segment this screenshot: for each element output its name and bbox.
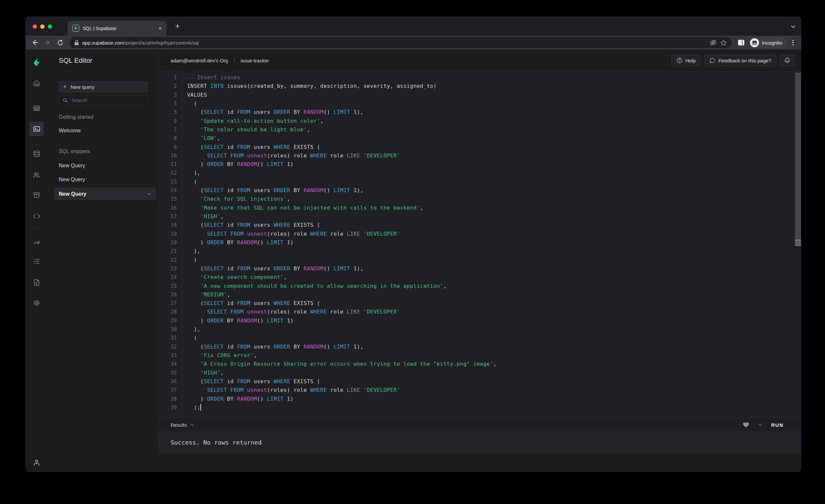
search-input[interactable]: [59, 95, 148, 105]
code-line[interactable]: 26 'MEDIUM',: [159, 290, 795, 299]
help-button[interactable]: Help: [671, 55, 701, 66]
line-number: 3: [159, 91, 177, 99]
sidebar-item-new-query-active[interactable]: New Query: [54, 188, 156, 200]
code-line[interactable]: 38 ) ORDER BY RANDOM() LIMIT 1): [159, 395, 795, 403]
run-button[interactable]: RUN: [771, 422, 783, 428]
code-line[interactable]: 10 SELECT FROM unnest(roles) role WHERE …: [159, 151, 795, 160]
code-line[interactable]: 25 'A new component should be created to…: [159, 282, 795, 290]
code-line[interactable]: 14 (SELECT id FROM users ORDER BY RANDOM…: [159, 186, 795, 195]
back-button[interactable]: [30, 38, 40, 48]
supabase-favicon-icon: [72, 25, 79, 32]
line-number: 22: [159, 256, 177, 264]
code-line[interactable]: 7 'The color should be light blue',: [159, 126, 795, 134]
code-line[interactable]: 18 (SELECT id FROM users WHERE EXISTS (: [159, 221, 795, 229]
code-line[interactable]: 28 SELECT FROM unnest(roles) role WHERE …: [159, 308, 795, 316]
code-line[interactable]: 39 );: [159, 403, 795, 412]
line-number: 4: [159, 99, 177, 108]
code-line[interactable]: 20 ) ORDER BY RANDOM() LIMIT 1): [159, 238, 795, 247]
code-line[interactable]: 36 (SELECT id FROM users WHERE EXISTS (: [159, 377, 795, 386]
code-line[interactable]: 35 'HIGH',: [159, 369, 795, 377]
close-window-button[interactable]: [33, 24, 37, 29]
code-line[interactable]: 13 (: [159, 177, 795, 186]
code-line[interactable]: 11 ) ORDER BY RANDOM() LIMIT 1): [159, 160, 795, 169]
forward-button[interactable]: [43, 38, 53, 48]
browser-menu-icon[interactable]: [790, 40, 797, 46]
page-title: SQL Editor: [59, 57, 92, 64]
code-line[interactable]: 23 (SELECT id FROM users ORDER BY RANDOM…: [159, 264, 795, 273]
run-options-chevron-icon[interactable]: [759, 423, 762, 426]
code-line[interactable]: 6 'Update call-to-action button color',: [159, 117, 795, 126]
sql-editor-sidebar: SQL Editor + New query Getting started W…: [48, 50, 159, 472]
code-line[interactable]: 4 (: [159, 99, 795, 108]
zoom-window-button[interactable]: [48, 24, 52, 29]
storage-icon[interactable]: [29, 188, 44, 202]
settings-gear-icon[interactable]: [29, 296, 44, 310]
line-number: 14: [159, 186, 177, 195]
code-line[interactable]: 17 'HIGH',: [159, 212, 795, 221]
code-line[interactable]: 34 'A Cross Origin Resource Sharing erro…: [159, 360, 795, 368]
code-line[interactable]: 31 (: [159, 334, 795, 342]
reload-button[interactable]: [55, 38, 65, 48]
code-line[interactable]: 29 ) ORDER BY RANDOM() LIMIT 1): [159, 316, 795, 325]
api-code-icon[interactable]: [29, 209, 44, 223]
new-query-button[interactable]: + New query: [59, 81, 148, 92]
code-line[interactable]: 2INSERT INTO issues(created_by, summary,…: [159, 82, 795, 90]
code-editor[interactable]: 1-- Insert issues2INSERT INTO issues(cre…: [159, 72, 801, 418]
code-line[interactable]: 19 SELECT FROM unnest(roles) role WHERE …: [159, 230, 795, 238]
sidebar-item-new-query-1[interactable]: New Query: [59, 163, 85, 169]
sidebar-item-new-query-2[interactable]: New Query: [59, 176, 85, 183]
url-bar[interactable]: app.supabase.com/project/azahtnhqohyjerz…: [70, 37, 732, 48]
tab-title: SQL | Supabase: [83, 26, 154, 31]
editor-scrollbar[interactable]: [795, 73, 801, 416]
supabase-app: SQL Editor + New query Getting started W…: [25, 50, 801, 472]
code-line[interactable]: 24 'Create search component',: [159, 273, 795, 282]
code-line[interactable]: 32 (SELECT id FROM users ORDER BY RANDOM…: [159, 343, 795, 351]
code-line[interactable]: 21 ),: [159, 247, 795, 256]
chevron-down-icon: [148, 192, 151, 195]
code-line[interactable]: 1-- Insert issues: [159, 73, 795, 82]
tab-search-chevron-icon[interactable]: [791, 24, 795, 28]
bookmark-star-icon[interactable]: [720, 39, 727, 46]
line-number: 19: [159, 230, 177, 238]
code-line[interactable]: 33 'Fix CORS error',: [159, 351, 795, 360]
scrollbar-thumb[interactable]: [795, 73, 801, 240]
feedback-button[interactable]: Feedback on this page?: [704, 55, 776, 66]
reports-icon[interactable]: [29, 234, 44, 248]
auth-users-icon[interactable]: [29, 168, 44, 182]
database-icon[interactable]: [29, 147, 44, 161]
code-line[interactable]: 15 'Check for SQL injections',: [159, 195, 795, 203]
favorite-heart-icon[interactable]: [743, 422, 749, 428]
browser-tab[interactable]: SQL | Supabase ✕: [68, 21, 167, 35]
home-icon[interactable]: [29, 76, 44, 90]
code-line[interactable]: 5 (SELECT id FROM users ORDER BY RANDOM(…: [159, 108, 795, 117]
breadcrumb-project[interactable]: issue-tracker: [241, 58, 269, 63]
question-circle-icon: [676, 57, 682, 63]
logs-icon[interactable]: [29, 254, 44, 269]
code-line[interactable]: 30 ),: [159, 325, 795, 334]
code-line[interactable]: 27 (SELECT id FROM users WHERE EXISTS (: [159, 299, 795, 308]
account-icon[interactable]: [29, 455, 44, 470]
breadcrumb-org[interactable]: adam@windmill.dev's Org: [171, 58, 228, 63]
code-line[interactable]: 37 SELECT FROM unnest(roles) role WHERE …: [159, 386, 795, 394]
nav-rail: [25, 50, 48, 472]
code-line[interactable]: 9 (SELECT id FROM users WHERE EXISTS (: [159, 143, 795, 151]
scrollbar-thumb-tip[interactable]: [795, 240, 801, 246]
sidebar-item-welcome[interactable]: Welcome: [59, 128, 80, 134]
eye-off-icon[interactable]: [709, 39, 717, 46]
tab-close-icon[interactable]: ✕: [158, 26, 162, 31]
minimize-window-button[interactable]: [40, 24, 45, 29]
incognito-badge[interactable]: Incognito: [749, 37, 787, 48]
new-tab-button[interactable]: +: [172, 20, 182, 32]
code-line[interactable]: 3VALUES: [159, 91, 795, 99]
code-line[interactable]: 22 (: [159, 256, 795, 264]
notifications-button[interactable]: [780, 55, 795, 66]
sql-editor-icon[interactable]: [29, 122, 44, 136]
code-line[interactable]: 8 'LOW',: [159, 134, 795, 143]
code-line[interactable]: 12 ),: [159, 169, 795, 177]
docs-icon[interactable]: [29, 275, 44, 290]
results-toggle[interactable]: Results: [171, 422, 194, 428]
code-line[interactable]: 16 'Make sure that SQL can not be inject…: [159, 204, 795, 212]
table-editor-icon[interactable]: [29, 101, 44, 116]
supabase-logo[interactable]: [29, 55, 44, 69]
side-panel-icon[interactable]: [736, 38, 746, 48]
